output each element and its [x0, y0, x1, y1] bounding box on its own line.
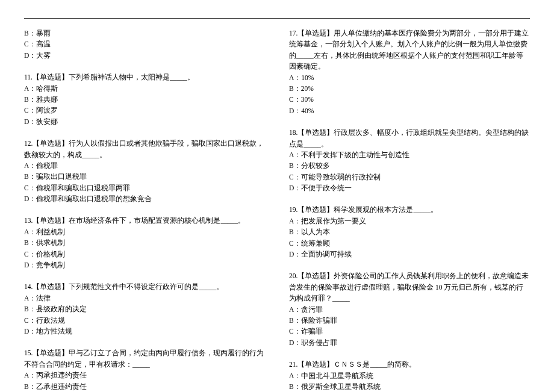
q19-option-c: C：统筹兼顾 — [289, 238, 530, 249]
q10-option-c: C：高温 — [24, 39, 265, 49]
q15-option-b: B：乙承担违约责任 — [24, 381, 265, 392]
q19: 19.【单选题】科学发展观的根本方法是_____。 A：把发展作为第一要义 B：… — [289, 204, 530, 260]
q12-option-a: A：偷税罪 — [24, 160, 265, 171]
q13-option-a: A：利益机制 — [24, 226, 265, 237]
q19-option-b: B：以人为本 — [289, 226, 530, 237]
q20-option-d: D：职务侵占罪 — [289, 337, 530, 348]
q19-option-a: A：把发展作为第一要义 — [289, 216, 530, 226]
q17-option-d: D：40% — [289, 105, 530, 116]
q11: 11.【单选题】下列希腊神话人物中，太阳神是_____。 A：哈得斯 B：雅典娜… — [24, 72, 265, 127]
q15-option-a: A：丙承担违约责任 — [24, 370, 265, 381]
q12-option-c: C：偷税罪和骗取出口退税罪两罪 — [24, 182, 265, 193]
q18-option-c: C：可能导致软弱的行政控制 — [289, 172, 530, 182]
q14-option-c: C：行政法规 — [24, 315, 265, 326]
q14: 14.【单选题】下列规范性文件中不得设定行政许可的是_____。 A：法律 B：… — [24, 281, 265, 337]
q17-option-a: A：10% — [289, 72, 530, 83]
q19-option-d: D：全面协调可持续 — [289, 249, 530, 260]
q14-option-a: A：法律 — [24, 293, 265, 303]
q11-option-b: B：雅典娜 — [24, 94, 265, 105]
q13-text: 13.【单选题】在市场经济条件下，市场配置资源的核心机制是_____。 — [24, 215, 265, 226]
q17-option-b: B：20% — [289, 83, 530, 94]
q18-text: 18.【单选题】行政层次多、幅度小，行政组织就呈尖型结构。尖型结构的缺点是___… — [289, 127, 530, 149]
q18-option-a: A：不利于发挥下级的主动性与创造性 — [289, 149, 530, 160]
q12-option-b: B：骗取出口退税罪 — [24, 171, 265, 182]
q10-option-b: B：暴雨 — [24, 28, 265, 39]
q21-option-a: A：中国北斗卫星导航系统 — [289, 370, 530, 381]
q17-option-c: C：30% — [289, 94, 530, 105]
q19-text: 19.【单选题】科学发展观的根本方法是_____。 — [289, 204, 530, 215]
q21-text: 21.【单选题】ＣＮＳＳ是_____的简称。 — [289, 359, 530, 370]
q14-option-b: B：县级政府的决定 — [24, 303, 265, 314]
q18-option-b: B：分权较多 — [289, 160, 530, 171]
q20-option-b: B：保险诈骗罪 — [289, 315, 530, 326]
q15-text: 15.【单选题】甲与乙订立了合同，约定由丙向甲履行债务，现丙履行的行为不符合合同… — [24, 347, 265, 370]
q12-text: 12.【单选题】行为人以假报出口或者其他欺骗手段，骗取国家出口退税款，数额较大的… — [24, 138, 265, 160]
q12-option-d: D：偷税罪和骗取出口退税罪的想象竞合 — [24, 193, 265, 204]
q14-text: 14.【单选题】下列规范性文件中不得设定行政许可的是_____。 — [24, 281, 265, 292]
q13-option-b: B：供求机制 — [24, 237, 265, 248]
q13-option-d: D：竞争机制 — [24, 260, 265, 270]
q20-option-a: A：贪污罪 — [289, 304, 530, 315]
q21: 21.【单选题】ＣＮＳＳ是_____的简称。 A：中国北斗卫星导航系统 B：俄罗… — [289, 359, 530, 392]
q21-option-b: B：俄罗斯全球卫星导航系统 — [289, 381, 530, 392]
q20: 20.【单选题】外资保险公司的工作人员钱某利用职务上的便利，故意编造未曾发生的保… — [289, 270, 530, 348]
q18-option-d: D：不便于政令统一 — [289, 182, 530, 193]
q18: 18.【单选题】行政层次多、幅度小，行政组织就呈尖型结构。尖型结构的缺点是___… — [289, 127, 530, 193]
q11-option-c: C：阿波罗 — [24, 105, 265, 116]
q20-text: 20.【单选题】外资保险公司的工作人员钱某利用职务上的便利，故意编造未曾发生的保… — [289, 270, 530, 303]
q10-partial: B：暴雨 C：高温 D：大雾 — [24, 28, 265, 61]
q10-option-d: D：大雾 — [24, 50, 265, 61]
q11-option-d: D：狄安娜 — [24, 116, 265, 127]
q13: 13.【单选题】在市场经济条件下，市场配置资源的核心机制是_____。 A：利益… — [24, 215, 265, 270]
q12: 12.【单选题】行为人以假报出口或者其他欺骗手段，骗取国家出口退税款，数额较大的… — [24, 138, 265, 204]
q14-option-d: D：地方性法规 — [24, 326, 265, 337]
q15: 15.【单选题】甲与乙订立了合同，约定由丙向甲履行债务，现丙履行的行为不符合合同… — [24, 347, 265, 392]
q17-text: 17.【单选题】用人单位缴纳的基本医疗保险费分为两部分，一部分用于建立统筹基金，… — [289, 28, 530, 72]
q11-option-a: A：哈得斯 — [24, 83, 265, 94]
q11-text: 11.【单选题】下列希腊神话人物中，太阳神是_____。 — [24, 72, 265, 82]
q17: 17.【单选题】用人单位缴纳的基本医疗保险费分为两部分，一部分用于建立统筹基金，… — [289, 28, 530, 116]
q13-option-c: C：价格机制 — [24, 249, 265, 260]
q20-option-c: C：诈骗罪 — [289, 326, 530, 337]
